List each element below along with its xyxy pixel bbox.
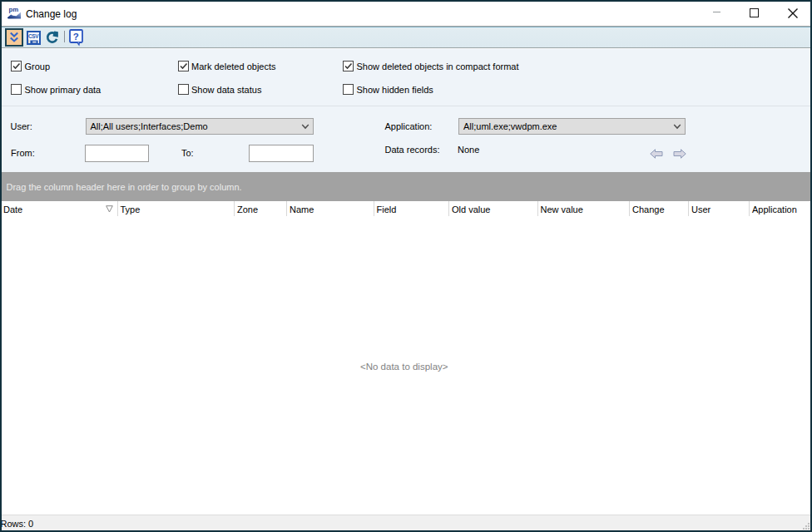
svg-text:CSV: CSV [28, 32, 39, 38]
svg-text:pm: pm [9, 7, 19, 13]
svg-text:?: ? [73, 32, 79, 42]
